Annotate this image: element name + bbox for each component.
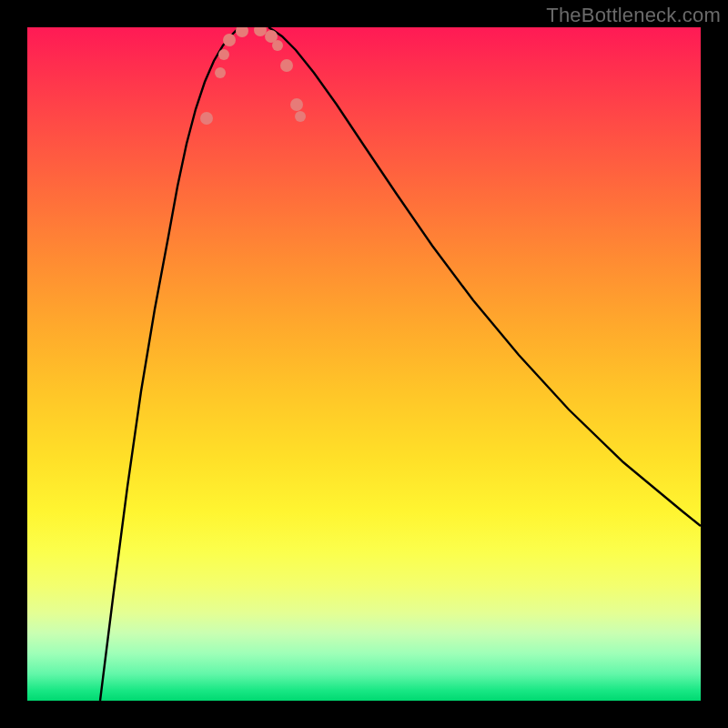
marker-group [200,27,306,125]
marker-point [280,59,293,72]
marker-point [218,49,229,60]
plot-area [27,27,701,701]
chart-frame: TheBottleneck.com [0,0,728,728]
marker-point [200,112,213,125]
marker-point [272,40,283,51]
marker-point [295,111,306,122]
marker-point [254,27,267,36]
series-right-curve [268,27,701,526]
marker-point [215,67,226,78]
series-left-curve [100,27,241,701]
watermark-text: TheBottleneck.com [546,4,721,27]
curves-svg [27,27,701,701]
curve-group [100,27,701,701]
marker-point [236,27,248,37]
marker-point [223,34,236,46]
marker-point [290,98,303,111]
